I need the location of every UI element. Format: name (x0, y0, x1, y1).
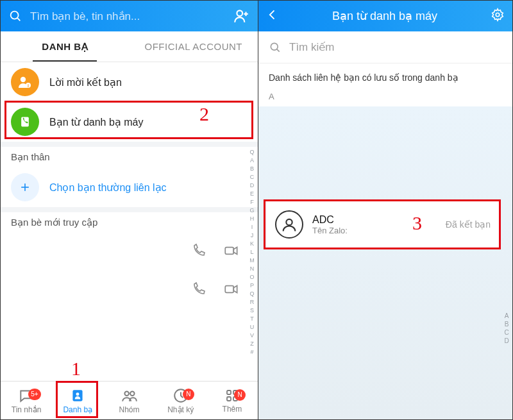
contact-tabs: DANH BẠ OFFICIAL ACCOUNT (1, 31, 258, 62)
svg-rect-11 (225, 248, 233, 255)
right-screen: Bạn từ danh bạ máy Tìm kiếm Danh sách li… (258, 1, 512, 419)
phone-contacts-icon (11, 108, 39, 136)
svg-point-14 (76, 392, 80, 396)
svg-point-16 (130, 391, 135, 396)
nav-contacts[interactable]: Danh bạ (52, 387, 103, 414)
left-screen: Tìm bạn bè, tin nhắn... DANH BẠ OFFICIAL… (1, 1, 258, 419)
search-icon[interactable] (8, 9, 22, 23)
section-letter: A (258, 89, 512, 106)
video-icon[interactable] (223, 242, 240, 262)
left-topbar: Tìm bạn bè, tin nhắn... (1, 1, 258, 31)
svg-point-22 (496, 13, 500, 17)
page-title: Bạn từ danh bạ máy (287, 9, 483, 23)
row-friend-requests[interactable]: i Lời mời kết bạn (1, 62, 258, 102)
svg-point-15 (124, 391, 129, 396)
right-search[interactable]: Tìm kiếm (258, 31, 512, 63)
phone-icon[interactable] (191, 281, 206, 299)
nav-timeline[interactable]: N Nhật ký (155, 387, 206, 414)
right-topbar: Bạn từ danh bạ máy (258, 1, 512, 31)
contact-area: ADC Tên Zalo: Đã kết bạn A B C D (258, 106, 512, 419)
svg-line-1 (17, 18, 20, 21)
row-label: Bạn từ danh bạ máy (49, 116, 144, 128)
svg-point-0 (11, 12, 19, 19)
back-icon[interactable] (266, 8, 279, 24)
contact-sub-label: Tên Zalo: (312, 226, 348, 235)
row-phone-contacts[interactable]: Bạn từ danh bạ máy (1, 102, 258, 142)
contact-info: ADC Tên Zalo: (312, 214, 348, 235)
svg-point-5 (21, 77, 26, 82)
tab-contacts[interactable]: DANH BẠ (1, 31, 130, 62)
svg-rect-12 (225, 286, 233, 293)
contact-name: ADC (312, 214, 348, 226)
svg-point-2 (237, 10, 242, 16)
avatar-icon (275, 210, 303, 239)
bottom-nav: 5+ Tin nhắn Danh bạ Nhóm N Nhật ký N Thê… (1, 381, 258, 419)
alpha-index-right[interactable]: A B C D (502, 312, 511, 345)
svg-point-23 (271, 43, 278, 50)
badge: N (183, 389, 194, 400)
search-placeholder: Tìm kiếm (289, 40, 334, 54)
nav-groups[interactable]: Nhóm (103, 387, 155, 414)
recent-row-2[interactable] (1, 271, 258, 310)
tab-official-account[interactable]: OFFICIAL ACCOUNT (130, 31, 258, 62)
video-icon[interactable] (223, 281, 240, 300)
callout-number-1: 1 (71, 358, 81, 380)
svg-rect-18 (227, 391, 231, 394)
badge: 5+ (28, 389, 40, 400)
add-friend-icon[interactable] (233, 8, 250, 24)
contact-row-adc[interactable]: ADC Tên Zalo: Đã kết bạn (266, 201, 500, 248)
recent-row-1[interactable] (1, 233, 258, 271)
svg-line-24 (277, 49, 280, 51)
plus-icon (11, 173, 39, 201)
description-text: Danh sách liên hệ bạn có lưu số trong da… (258, 63, 512, 89)
badge: N (234, 389, 246, 401)
section-recent-access: Bạn bè mới truy cập (1, 207, 258, 233)
nav-messages[interactable]: 5+ Tin nhắn (1, 387, 52, 414)
search-input[interactable]: Tìm bạn bè, tin nhắn... (30, 10, 226, 23)
section-close-friends: Bạn thân (1, 142, 258, 167)
row-choose-frequent[interactable]: Chọn bạn thường liên lạc (1, 167, 258, 207)
svg-text:i: i (28, 83, 29, 88)
svg-rect-20 (227, 397, 231, 401)
contact-status: Đã kết bạn (446, 219, 491, 230)
settings-icon[interactable] (491, 8, 505, 24)
friend-request-icon: i (11, 68, 39, 96)
phone-icon[interactable] (191, 243, 206, 261)
row-label: Chọn bạn thường liên lạc (49, 181, 167, 194)
svg-point-25 (286, 219, 292, 225)
row-label: Lời mời kết bạn (49, 76, 122, 88)
nav-more[interactable]: N Thêm (206, 388, 258, 414)
alpha-index-left[interactable]: QABCDEFGHIJKLMNOPQRSTUVZ# (248, 148, 256, 357)
